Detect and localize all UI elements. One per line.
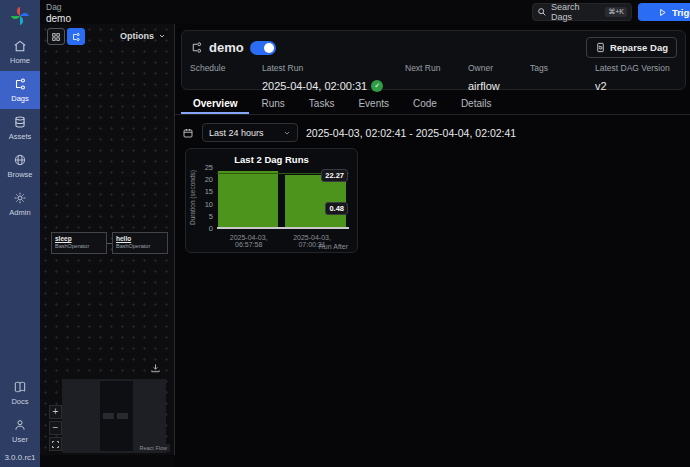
fit-view-button[interactable] <box>49 437 62 451</box>
reparse-icon <box>595 42 606 53</box>
dag-icon <box>190 41 203 54</box>
field-value: airflow <box>468 79 530 92</box>
field-value <box>190 79 262 92</box>
field-next-run: Next Run <box>405 63 468 92</box>
graph-view-button[interactable] <box>67 28 85 45</box>
field-value <box>530 79 595 92</box>
success-check-icon: ✓ <box>371 80 383 92</box>
sidebar-item-label: User <box>12 435 28 444</box>
options-label: Options <box>120 31 154 41</box>
tab-details[interactable]: Details <box>449 95 504 114</box>
sidebar: Home Dags Assets Browse <box>0 0 40 467</box>
graph-zoom-controls: + − <box>49 405 62 451</box>
assets-icon <box>13 115 27 129</box>
dag-title: demo <box>209 40 244 55</box>
topbar: Dag demo Search Dags ⌘+K Trigger <box>40 0 690 24</box>
docs-book-icon <box>13 380 27 394</box>
breadcrumb-page: demo <box>46 13 71 24</box>
tab-tasks[interactable]: Tasks <box>297 95 347 114</box>
chart-y-ticks: 25 20 15 10 5 0 <box>199 163 213 233</box>
field-owner: Owner airflow <box>468 63 530 92</box>
task-node-hello[interactable]: hello BashOperator <box>112 232 168 254</box>
chevron-down-icon <box>283 129 291 137</box>
chart-x-axis-label: Run After <box>319 243 348 250</box>
y-tick: 15 <box>205 187 213 196</box>
grid-view-button[interactable] <box>47 28 65 45</box>
main-panel: demo Reparse Dag Schedule Latest Run <box>175 24 690 467</box>
max-duration-annotation: 22.27 <box>321 169 348 182</box>
sidebar-item-label: Home <box>10 56 30 65</box>
sidebar-item-admin[interactable]: Admin <box>0 185 40 223</box>
dag-run-bar-1[interactable] <box>218 171 277 227</box>
admin-gear-icon <box>13 191 27 205</box>
graph-icon <box>71 32 81 42</box>
airflow-logo-icon[interactable] <box>9 5 31 27</box>
trigger-label: Trigger <box>672 7 690 18</box>
task-node-operator: BashOperator <box>116 243 164 249</box>
sidebar-item-label: Dags <box>11 94 29 103</box>
y-tick: 20 <box>205 175 213 184</box>
min-duration-annotation: 0.48 <box>325 202 348 215</box>
y-tick: 25 <box>205 163 213 172</box>
play-icon <box>658 8 667 17</box>
sidebar-item-label: Docs <box>11 397 28 406</box>
field-label: Latest Run <box>262 63 405 73</box>
y-tick: 0 <box>209 224 213 233</box>
chart-y-axis-label: Duration (seconds) <box>189 170 196 225</box>
y-tick: 5 <box>209 212 213 221</box>
task-node-operator: BashOperator <box>55 243 103 249</box>
react-flow-attribution[interactable]: React Flow <box>136 444 170 452</box>
field-tags: Tags <box>530 63 595 92</box>
sidebar-item-user[interactable]: User <box>0 412 40 450</box>
graph-minimap[interactable] <box>62 379 166 453</box>
tab-runs[interactable]: Runs <box>249 95 296 114</box>
browse-icon <box>13 153 27 167</box>
tab-code[interactable]: Code <box>401 95 449 114</box>
sidebar-item-browse[interactable]: Browse <box>0 147 40 185</box>
download-graph-button[interactable] <box>150 363 161 374</box>
field-label: Owner <box>468 63 530 73</box>
tab-bar: Overview Runs Tasks Events Code Details <box>175 95 690 115</box>
sidebar-item-docs[interactable]: Docs <box>0 374 40 412</box>
tab-events[interactable]: Events <box>346 95 401 114</box>
chevron-down-icon <box>158 32 166 40</box>
dag-pause-toggle[interactable] <box>250 41 276 55</box>
graph-view-toggle <box>47 28 85 45</box>
grid-icon <box>51 32 61 42</box>
sidebar-item-dags[interactable]: Dags <box>0 71 40 109</box>
latest-run-value[interactable]: 2025-04-04, 02:00:31 <box>262 80 367 92</box>
sidebar-item-label: Browse <box>7 170 32 179</box>
calendar-icon[interactable] <box>182 127 194 139</box>
field-label: Latest DAG Version <box>595 63 670 73</box>
sidebar-item-home[interactable]: Home <box>0 33 40 71</box>
task-node-sleep[interactable]: sleep BashOperator <box>51 232 107 254</box>
field-label: Tags <box>530 63 595 73</box>
breadcrumb: Dag demo <box>46 2 71 24</box>
dags-icon <box>13 77 27 91</box>
trigger-button[interactable]: Trigger <box>638 3 690 21</box>
task-node-title[interactable]: sleep <box>55 235 103 242</box>
breadcrumb-section[interactable]: Dag <box>46 2 71 12</box>
zoom-in-button[interactable]: + <box>49 405 62 419</box>
time-range-select[interactable]: Last 24 hours <box>202 123 298 142</box>
minimap-node <box>103 413 114 419</box>
graph-options-dropdown[interactable]: Options <box>120 31 166 41</box>
zoom-out-button[interactable]: − <box>49 421 62 435</box>
sidebar-item-label: Assets <box>9 132 32 141</box>
field-value: v2 <box>595 79 670 92</box>
task-node-title[interactable]: hello <box>116 235 164 242</box>
reparse-dag-button[interactable]: Reparse Dag <box>586 37 677 58</box>
x-tick: 2025-04-03, 06:57:58 <box>217 234 280 248</box>
tab-overview[interactable]: Overview <box>181 95 249 114</box>
chart-plot-area: 22.27 0.48 <box>217 167 349 229</box>
search-icon <box>537 7 547 17</box>
field-value <box>405 79 468 92</box>
user-icon <box>13 418 27 432</box>
search-input[interactable]: Search Dags ⌘+K <box>532 3 632 21</box>
minimap-node <box>117 413 128 419</box>
sidebar-item-label: Admin <box>9 208 30 217</box>
toggle-knob <box>264 43 274 53</box>
sidebar-item-assets[interactable]: Assets <box>0 109 40 147</box>
dag-meta-row: Schedule Latest Run 2025-04-04, 02:00:31… <box>182 60 685 92</box>
dag-graph-panel[interactable]: Options sleep BashOperator hello BashOpe… <box>40 24 175 455</box>
